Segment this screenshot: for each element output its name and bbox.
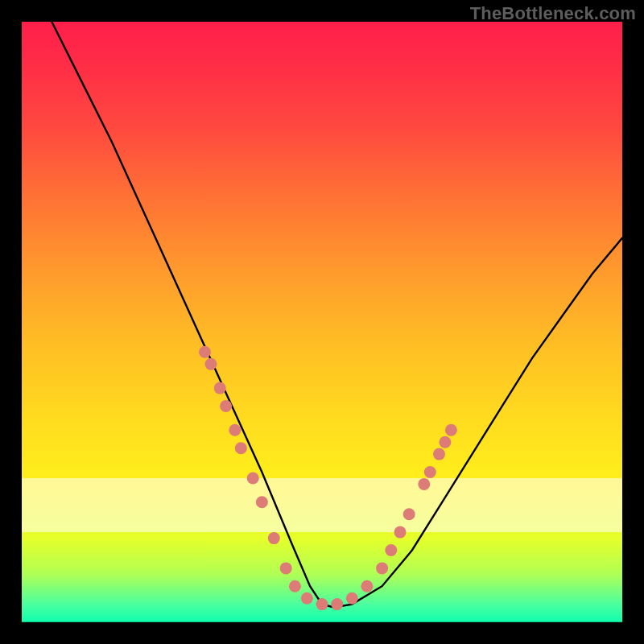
axis-floor — [22, 621, 622, 622]
gradient-background — [22, 22, 622, 622]
chart-area — [22, 22, 622, 622]
highlight-band — [22, 478, 622, 532]
